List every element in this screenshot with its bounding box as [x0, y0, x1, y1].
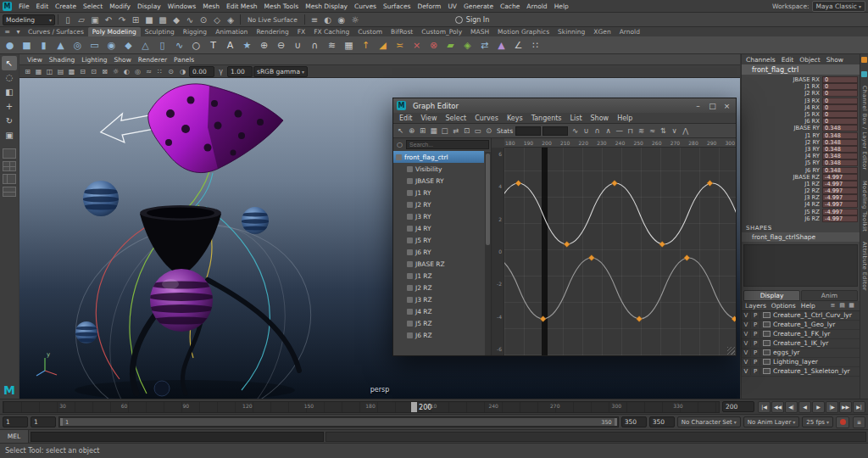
ao-toggle-icon[interactable]: ◎ [132, 66, 143, 76]
construction-history-icon[interactable]: ≡ [308, 14, 321, 26]
panel-options-icon[interactable] [861, 71, 867, 77]
layer-playback-toggle[interactable]: P [751, 331, 760, 338]
cone-primitive-icon[interactable]: ▲ [53, 37, 69, 53]
layer-visibility-toggle[interactable]: V [742, 321, 751, 328]
layer-visibility-toggle[interactable]: V [742, 312, 751, 319]
layer-editor-menu-item[interactable]: Options [771, 302, 796, 310]
channel-name[interactable]: J1 RZ [743, 181, 822, 187]
panel-menu-item[interactable]: Shading [46, 54, 78, 64]
boolean-difference-icon[interactable]: ∩ [307, 37, 323, 53]
sculpt-tool-icon[interactable]: ▲ [493, 37, 509, 53]
colorspace-selector[interactable]: sRGB gamma ▾ [253, 66, 308, 77]
gate-mask-icon[interactable]: ▩ [66, 66, 77, 76]
lighting-toggle-icon[interactable]: ☼ [110, 66, 121, 76]
layer-row[interactable]: V P Creature_1_IK_lyr [742, 339, 860, 349]
auto-keyframe-toggle[interactable] [836, 416, 849, 428]
time-slider[interactable]: 306090120150180210240270300330 200 [3, 401, 720, 413]
menubar-item[interactable]: Edit Mesh [223, 3, 261, 10]
channel-value-field[interactable]: -4.997 [822, 181, 858, 187]
menubar-item[interactable]: Display [134, 3, 164, 10]
text-tool-icon[interactable]: T [205, 37, 221, 53]
undo-icon[interactable]: ↶ [102, 14, 115, 26]
menubar-item[interactable]: Modify [106, 3, 134, 10]
panel-menu-item[interactable]: Lighting [78, 54, 110, 64]
selected-object-name[interactable]: front_flag_ctrl [742, 64, 860, 75]
step-back-key-button[interactable]: ◀| [785, 401, 798, 413]
layer-row[interactable]: V P Creature_1_Ctrl_Curv_lyr [742, 311, 860, 321]
shelf-tab[interactable]: FX Caching [309, 27, 353, 36]
new-empty-layer-icon[interactable]: ▤ [837, 301, 847, 310]
channel-name[interactable]: J1 RX [743, 83, 822, 90]
menubar-item[interactable]: Help [551, 3, 572, 10]
graph-outliner-item[interactable]: J5 RY [393, 234, 484, 246]
graph-outliner-item[interactable]: JBASE RY [393, 175, 484, 187]
layer-name[interactable]: eggs_lyr [773, 349, 799, 356]
menubar-item[interactable]: Surfaces [380, 3, 414, 10]
field-chart-icon[interactable]: ⊟ [77, 66, 88, 76]
graph-outliner-item[interactable]: J1 RY [393, 187, 484, 198]
target-weld-icon[interactable]: ⊗ [426, 37, 442, 53]
type-tool-icon[interactable]: A [222, 37, 238, 53]
layer-visibility-toggle[interactable]: V [742, 368, 751, 375]
layer-name[interactable]: Creature_1_Ctrl_Curv_lyr [773, 311, 852, 319]
channel-value-field[interactable]: 0.348 [822, 159, 858, 166]
menubar-item[interactable]: Edit [33, 3, 53, 10]
graph-outliner-item[interactable]: J5 RZ [393, 317, 484, 329]
panel-menu-item[interactable]: Show [111, 54, 135, 64]
close-button[interactable]: × [720, 100, 734, 112]
channel-value-field[interactable]: -4.997 [822, 187, 858, 194]
select-hierarchy-icon[interactable]: ⊞ [129, 14, 142, 26]
channel-name[interactable]: J4 RX [743, 104, 822, 111]
keyframe-markers[interactable] [515, 180, 736, 321]
layout-outliner-persp-button[interactable] [3, 174, 16, 184]
move-nearest-picked-key-icon[interactable]: ↖ [395, 125, 406, 137]
channel-value-field[interactable]: 0 [822, 90, 858, 97]
flat-tangents-icon[interactable]: — [614, 125, 625, 137]
crease-tool-icon[interactable]: ∠ [510, 37, 526, 53]
shelf-tab[interactable]: Custom_Poly [417, 27, 466, 36]
safe-action-icon[interactable]: ⊡ [88, 66, 99, 76]
graph-outliner-item[interactable]: J1 RZ [393, 270, 484, 282]
current-time-marker[interactable] [411, 402, 417, 412]
menubar-item[interactable]: Mesh [199, 3, 223, 10]
scale-tool-icon[interactable]: ▣ [2, 128, 17, 142]
sphere-primitive-icon[interactable]: ● [2, 37, 18, 53]
layer-color-swatch[interactable] [763, 349, 771, 355]
layer-color-swatch[interactable] [763, 340, 771, 346]
separate-icon[interactable]: ⊖ [273, 37, 289, 53]
graph-editor-menu-item[interactable]: Show [587, 113, 614, 123]
channel-value-field[interactable]: 0 [822, 104, 858, 111]
graph-editor-titlebar[interactable]: M Graph Editor –□× [393, 98, 736, 113]
exposure-field[interactable]: 0.00 [189, 66, 214, 77]
menubar-item[interactable]: Cache [497, 3, 523, 10]
channel-name[interactable]: J3 RZ [743, 194, 822, 201]
grid-toggle-icon[interactable]: ▦ [33, 66, 44, 76]
layer-row[interactable]: V P Creature_1_Geo_lyr [742, 321, 860, 330]
unify-tangents-icon[interactable]: ⋀ [680, 125, 691, 137]
mel-command-input[interactable] [31, 432, 324, 442]
shelf-tab[interactable]: Rendering [252, 27, 292, 36]
new-scene-icon[interactable]: ▯ [61, 14, 75, 26]
render-frame-icon[interactable]: ◐ [321, 14, 335, 26]
step-back-frame-button[interactable]: ◀◀ [771, 401, 784, 413]
shelf-tab[interactable]: MASH [466, 27, 493, 36]
channel-box-menu-item[interactable]: Object [799, 56, 820, 64]
lasso-tool-icon[interactable]: ◌ [2, 70, 17, 85]
multi-cut-icon[interactable]: × [409, 37, 425, 53]
graph-outliner-item[interactable]: JBASE RZ [393, 258, 484, 270]
layer-name[interactable]: Lighting_layer [773, 358, 818, 366]
menubar-item[interactable]: Generate [460, 3, 497, 10]
graph-editor-menu-item[interactable]: View [417, 113, 442, 123]
snap-point-icon[interactable]: ⊙ [197, 14, 210, 26]
go-to-start-button[interactable]: |◀ [758, 401, 771, 413]
motion-blur-icon[interactable]: ≈ [143, 66, 154, 76]
graph-editor-menu-item[interactable]: Curves [470, 113, 503, 123]
menubar-item[interactable]: Mesh Tools [261, 3, 303, 10]
panel-menu-item[interactable]: Panels [170, 54, 198, 64]
shelf-options-icon[interactable]: ▾ [13, 26, 24, 36]
graph-outliner-item[interactable]: J2 RY [393, 198, 484, 210]
layer-editor-tab[interactable]: Display [743, 290, 800, 301]
layer-row[interactable]: V P Creature_1_Skeleton_lyr [742, 367, 860, 377]
shadows-toggle-icon[interactable]: ◐ [121, 66, 132, 76]
redo-icon[interactable]: ↷ [115, 14, 129, 26]
